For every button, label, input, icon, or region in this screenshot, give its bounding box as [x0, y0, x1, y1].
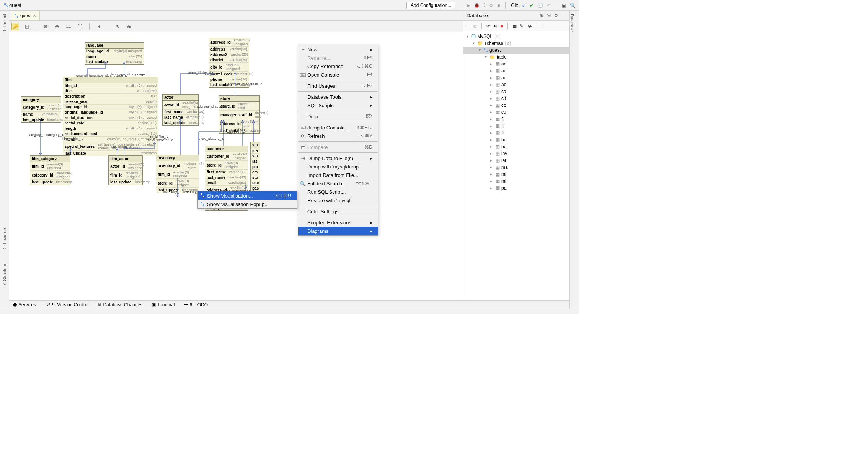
search-icon[interactable]: 🔍	[570, 3, 576, 8]
ctx-open-console[interactable]: QLOpen ConsoleF4	[298, 70, 378, 79]
column-row[interactable]: original_language_idtinyint(3) unsigned	[63, 110, 158, 115]
tree-tables-folder[interactable]: ▼ 📁 table	[463, 54, 569, 61]
hide-icon[interactable]: —	[561, 13, 566, 18]
column-row[interactable]: namechar(20)	[85, 54, 144, 59]
column-row[interactable]: manager_staff_idtinyint(3) unsi	[219, 111, 259, 119]
sync-icon[interactable]: ⤭	[493, 23, 497, 29]
table-icon[interactable]: ▦	[512, 23, 517, 29]
tree-table-item[interactable]: ▸▦pa	[463, 185, 569, 191]
submenu-show-visualisation-popup[interactable]: Show Visualisation Popup...	[198, 200, 297, 208]
ctx-copy-reference[interactable]: Copy Reference⌥⇧⌘C	[298, 62, 378, 70]
column-row[interactable]: category_idtinyint(3) unsigned	[21, 103, 61, 112]
ctx-restore-mysql[interactable]: Restore with 'mysql'	[298, 196, 378, 204]
ql-icon[interactable]: QL	[527, 24, 533, 28]
tree-table-item[interactable]: ▸▦fil	[463, 123, 569, 129]
database-tool-button[interactable]: Database	[570, 14, 574, 32]
ctx-find-usages[interactable]: Find Usages⌥F7	[298, 82, 378, 90]
tree-table-item[interactable]: ▸▦mi	[463, 171, 569, 178]
entity-language[interactable]: language language_idtinyint(3) unsignedn…	[85, 42, 144, 65]
column-row[interactable]: address_idsmallint(5) unsigned	[209, 38, 249, 47]
ctx-import-data[interactable]: Import Data from File...	[298, 171, 378, 179]
column-row[interactable]: film_idsmallint(5) unsigned	[156, 170, 199, 179]
coverage-icon[interactable]: ⤵	[483, 3, 486, 8]
column-row[interactable]: emailvarchar(50)	[205, 180, 248, 186]
favorites-tool-button[interactable]: 2: Favorites	[2, 227, 7, 249]
column-row[interactable]: last_updatetimestamp	[85, 59, 144, 64]
tree-table-item[interactable]: ▸▦co	[463, 102, 569, 109]
edit-icon[interactable]: ✎	[520, 23, 524, 29]
diagram-canvas[interactable]: language language_idtinyint(3) unsignedn…	[9, 32, 463, 309]
ctx-diagrams[interactable]: Diagrams▸	[298, 227, 378, 235]
entity-category[interactable]: category category_idtinyint(3) unsignedn…	[21, 96, 61, 123]
column-row[interactable]: namevarchar(25)	[21, 112, 61, 117]
tree-table-item[interactable]: ▸▦ac	[463, 67, 569, 74]
column-row[interactable]: store_idtinyint(3) unsigned	[156, 179, 199, 188]
ctx-run-sql-script[interactable]: Run SQL Script...	[298, 188, 378, 196]
layout-icon[interactable]: ⫞	[95, 23, 103, 30]
key-icon[interactable]: 🔑	[11, 23, 19, 30]
fit-content-icon[interactable]: ⛶	[76, 23, 84, 30]
column-row[interactable]: rental_ratedecimal(4,2)	[63, 121, 158, 126]
tree-table-item[interactable]: ▸▦cu	[463, 109, 569, 116]
column-row[interactable]: phonevarchar(20)	[209, 77, 249, 82]
editor-tab-guest[interactable]: guest ✕	[11, 11, 40, 20]
actual-size-icon[interactable]: 1:1	[65, 23, 72, 30]
tree-table-item[interactable]: ▸▦inv	[463, 150, 569, 157]
ctx-database-tools[interactable]: Database Tools▸	[298, 93, 378, 101]
column-row[interactable]: city_idsmallint(5) unsigned	[209, 63, 249, 72]
stop-icon[interactable]: ■	[500, 23, 503, 29]
entity-actor[interactable]: actor actor_idsmallint(5) unsignedfirst_…	[162, 94, 199, 126]
tree-table-item[interactable]: ▸▦ad	[463, 81, 569, 88]
ctx-new[interactable]: ＋New▸	[298, 45, 378, 54]
version-control-tool-button[interactable]: ⎇9: Version Control	[45, 302, 88, 307]
tree-schemas[interactable]: ▼ 📁 schemas 2	[463, 40, 569, 47]
tree-table-item[interactable]: ▸▦ca	[463, 88, 569, 95]
ctx-jump-to-console[interactable]: QLJump to Console...⇧⌘F10	[298, 123, 378, 132]
column-row[interactable]: first_namevarchar(45)	[163, 110, 198, 115]
bug-icon[interactable]: 🐞	[474, 3, 480, 8]
commit-icon[interactable]: ✔	[530, 3, 534, 8]
tree-table-item[interactable]: ▸▦mi	[463, 178, 569, 185]
add-icon[interactable]: ＋	[466, 23, 470, 29]
column-row[interactable]: film_idsmallint(5) unsigned	[109, 171, 142, 180]
profile-icon[interactable]: ⟳	[489, 3, 493, 8]
column-row[interactable]: last_updatetimestamp	[163, 120, 198, 125]
column-row[interactable]: film_idsmallint(5) unsigned	[63, 83, 158, 88]
column-row[interactable]: postal_codevarchar(10)	[209, 72, 249, 77]
ctx-dump-data[interactable]: ⇥Dump Data to File(s)▸	[298, 154, 378, 162]
tree-table-item[interactable]: ▸▦ho	[463, 143, 569, 150]
tree-table-item[interactable]: ▸▦fil	[463, 116, 569, 123]
project-tool-button[interactable]: 1: Project	[2, 14, 7, 31]
column-row[interactable]: category_idsmallint(5) unsigned	[30, 171, 70, 180]
target-icon[interactable]: ⊕	[539, 13, 543, 18]
column-row[interactable]: titlevarchar(255)	[63, 88, 158, 94]
column-row[interactable]: addressvarchar(50)	[209, 47, 249, 52]
tree-table-item[interactable]: ▸▦fil	[463, 129, 569, 136]
entity-film-category[interactable]: film_category film_idsmallint(5) unsigne…	[30, 155, 70, 185]
tree-table-item[interactable]: ▸▦ac	[463, 74, 569, 81]
tree-table-item[interactable]: ▸▦ma	[463, 164, 569, 171]
ctx-fulltext-search[interactable]: 🔍Full-text Search...⌥⇧⌘F	[298, 179, 378, 188]
column-row[interactable]: film_idsmallint(5) unsigned	[30, 162, 70, 171]
filter-icon[interactable]: ⑂	[543, 23, 545, 29]
column-row[interactable]: language_idtinyint(3) unsigned	[63, 105, 158, 110]
column-row[interactable]: first_namevarchar(45)	[205, 170, 248, 175]
refresh-icon[interactable]: ⟳	[486, 23, 490, 29]
column-row[interactable]: lengthsmallint(5) unsigned	[63, 126, 158, 131]
entity-staff[interactable]: sta stastalaspicemstousepaslas	[250, 142, 260, 196]
column-row[interactable]: replacement_costdecimal(5,2)	[63, 131, 158, 137]
column-row[interactable]: descriptiontext	[63, 94, 158, 99]
entity-film-actor[interactable]: film_actor actor_idsmallint(5) unsignedf…	[108, 155, 143, 185]
db-tree[interactable]: ▼ MySQL 2 ▼ 📁 schemas 2 ▼ guest ▼ 📁 tabl…	[463, 31, 569, 309]
tree-datasource[interactable]: ▼ MySQL 2	[463, 33, 569, 40]
ctx-refresh[interactable]: ⟳Refresh⌥⌘Y	[298, 132, 378, 140]
column-row[interactable]: last_updatetimestamp	[21, 117, 61, 122]
collapse-icon[interactable]: ⇲	[547, 13, 551, 18]
column-row[interactable]: release_yearyear(4)	[63, 99, 158, 105]
ctx-sql-scripts[interactable]: SQL Scripts▸	[298, 101, 378, 110]
tree-table-item[interactable]: ▸▦lar	[463, 157, 569, 164]
entity-film[interactable]: film film_idsmallint(5) unsignedtitlevar…	[63, 77, 158, 156]
todo-tool-button[interactable]: ☰6: TODO	[184, 302, 208, 307]
history-icon[interactable]: 🕘	[537, 3, 543, 8]
column-row[interactable]: language_idtinyint(3) unsigned	[85, 49, 144, 54]
